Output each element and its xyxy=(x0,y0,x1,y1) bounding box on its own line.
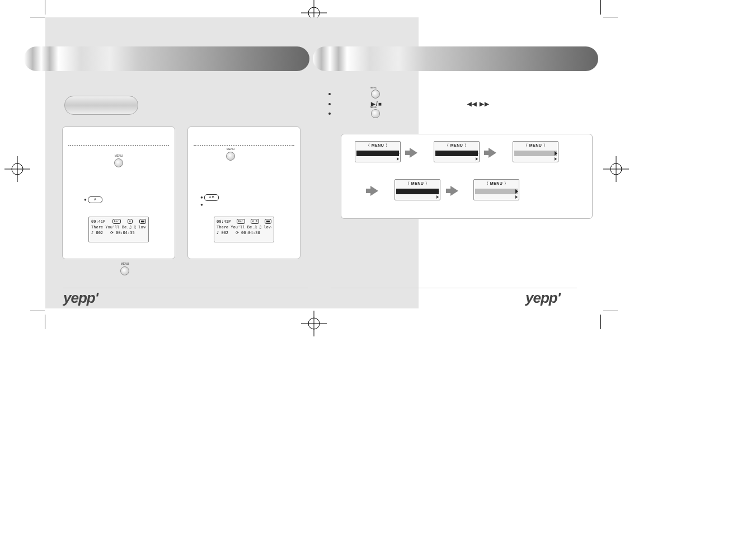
instruction-row-menu: MENU xyxy=(328,90,490,99)
caret-icon xyxy=(476,157,478,161)
divider-line xyxy=(331,288,577,288)
lcd-screen-a: 09:41P Rec A ■■ There You'll Be.♫ ♫ love… xyxy=(88,217,149,242)
bullet-icon xyxy=(328,113,331,115)
lcd-track-num: 002 xyxy=(221,231,228,235)
crop-mark xyxy=(603,17,618,17)
bullet-icon xyxy=(328,93,331,95)
crop-mark xyxy=(30,17,45,17)
registration-mark xyxy=(301,311,327,336)
loop-a-indicator-row: ● A xyxy=(84,196,102,203)
caret-icon xyxy=(397,157,399,161)
battery-icon: ■■ xyxy=(265,219,271,224)
menu-label: MENU xyxy=(224,147,237,151)
caret-icon xyxy=(555,157,557,161)
crop-mark xyxy=(45,0,45,15)
loop-a-icon: A xyxy=(88,196,102,203)
menu-bar xyxy=(435,151,478,156)
instruction-list: MENU ▶/■ ◀◀ ▶▶ MENU xyxy=(328,87,490,120)
menu-button-icon xyxy=(120,266,129,275)
lcd-elapsed: 00:04:35 xyxy=(116,231,135,235)
menu-button-icon xyxy=(114,158,123,167)
lcd-screen-b: 09:41P Rec A B ■■ There You'll Be.♫ ♫ lo… xyxy=(214,217,274,242)
rec-badge: Rec xyxy=(112,219,121,224)
instruction-row-playstop: ▶/■ ◀◀ ▶▶ xyxy=(328,101,490,107)
menu-title: 〈 MENU 〉 xyxy=(514,143,557,148)
small-pill-decoration xyxy=(64,96,138,115)
lcd-track-title: There You'll Be.♫ ♫ love xyxy=(91,225,146,229)
crop-mark xyxy=(600,315,601,329)
menu-title: 〈 MENU 〉 xyxy=(396,181,439,186)
instruction-row-menu2: MENU xyxy=(328,109,490,118)
yepp-logo: yepp' xyxy=(63,289,98,307)
yepp-logo: yepp' xyxy=(525,289,560,307)
arrow-right-icon xyxy=(450,186,458,196)
dotted-divider xyxy=(194,145,294,146)
battery-icon: ■■ xyxy=(139,219,146,224)
crop-mark xyxy=(603,311,618,311)
gradient-bar-left xyxy=(24,46,309,71)
crop-mark xyxy=(30,311,45,311)
arrow-right-icon xyxy=(489,148,496,158)
gradient-bar-right xyxy=(313,46,598,71)
caret-icon xyxy=(436,195,439,199)
menu-button-icon xyxy=(226,152,235,161)
menu-title: 〈 MENU 〉 xyxy=(356,143,399,148)
caret-icon xyxy=(515,195,518,199)
menu-title: 〈 MENU 〉 xyxy=(435,143,478,148)
registration-mark xyxy=(4,156,30,182)
menu-bar xyxy=(475,189,518,194)
menu-lcd-step-5: 〈 MENU 〉 xyxy=(473,179,519,200)
registration-mark xyxy=(603,156,629,182)
lcd-track-title: There You'll Be.♫ ♫ love xyxy=(217,225,271,229)
bullet-row: ● xyxy=(200,202,203,207)
device-panel-b: MENU ● A B ● 09:41P Rec A B ■■ There You… xyxy=(187,127,300,259)
menu-button-icon: MENU xyxy=(371,90,380,99)
menu-label: MENU xyxy=(370,86,377,89)
rec-badge: Rec xyxy=(237,219,245,224)
crop-mark xyxy=(45,315,45,329)
menu-bar xyxy=(356,151,399,156)
lcd-elapsed: 00:04:38 xyxy=(241,231,260,235)
arrow-right-icon xyxy=(410,148,417,158)
lcd-clock: 09:41P xyxy=(91,219,105,224)
menu-label: MENU xyxy=(119,262,131,265)
rewind-forward-icon: ◀◀ ▶▶ xyxy=(467,101,490,107)
bullet-icon xyxy=(328,103,331,105)
menu-lcd-step-1: 〈 MENU 〉 xyxy=(355,141,401,162)
menu-lcd-step-4: 〈 MENU 〉 xyxy=(395,179,440,200)
divider-line xyxy=(63,288,308,288)
menu-bar xyxy=(396,189,439,194)
menu-flow-diagram: 〈 MENU 〉 〈 MENU 〉 〈 MENU 〉 〈 MENU 〉 〈 ME… xyxy=(341,134,593,219)
loop-badge: A B xyxy=(251,219,259,224)
menu-title: 〈 MENU 〉 xyxy=(475,181,518,186)
arrow-right-icon xyxy=(370,186,378,196)
menu-lcd-step-3: 〈 MENU 〉 xyxy=(513,141,558,162)
menu-bar xyxy=(514,151,557,156)
loop-ab-indicator-row: ● A B xyxy=(200,194,219,201)
dotted-divider xyxy=(68,145,169,146)
loop-badge: A xyxy=(128,219,133,224)
lcd-clock: 09:41P xyxy=(217,219,231,224)
menu-lcd-step-2: 〈 MENU 〉 xyxy=(434,141,480,162)
menu-label: MENU xyxy=(370,106,377,109)
crop-mark xyxy=(600,0,601,15)
menu-button-icon: MENU xyxy=(371,109,380,118)
lcd-track-num: 002 xyxy=(96,231,103,235)
device-panel-a: MENU ● A 09:41P Rec A ■■ There You'll Be… xyxy=(62,127,175,259)
loop-ab-icon: A B xyxy=(204,194,219,201)
menu-label: MENU xyxy=(112,154,125,157)
